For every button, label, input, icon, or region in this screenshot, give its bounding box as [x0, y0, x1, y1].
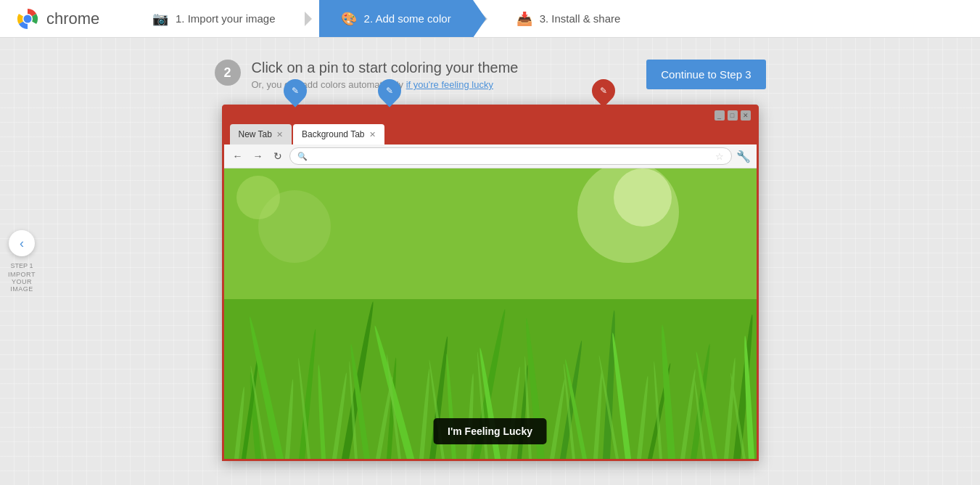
continue-button[interactable]: Continue to Step 3 — [646, 60, 765, 89]
main-content: 2 Click on a pin to start coloring your … — [0, 38, 980, 461]
pin-icon-1: ✎ — [292, 86, 299, 96]
back-button[interactable]: ← — [230, 149, 246, 163]
address-bar[interactable]: 🔍 ☆ — [289, 147, 732, 165]
browser-toolbar: ← → ↻ 🔍 ☆ 🔧 — [224, 144, 757, 168]
search-icon: 🔍 — [297, 152, 308, 161]
pin-marker-1[interactable]: ✎ — [284, 79, 307, 102]
svg-point-6 — [614, 168, 672, 227]
tab-new-tab-close-icon[interactable]: ✕ — [276, 130, 283, 139]
pin-icon-2: ✎ — [386, 86, 393, 96]
forward-button[interactable]: → — [250, 149, 266, 163]
camera-icon: 📷 — [152, 11, 168, 27]
top-bar: chrome 📷 1. Import your image 🎨 2. Add s… — [0, 0, 980, 38]
step-1-label: 1. Import your image — [176, 12, 276, 25]
feeling-lucky-overlay[interactable]: I'm Feeling Lucky — [433, 418, 547, 444]
pin-head-blue-1: ✎ — [279, 74, 311, 107]
step-3-nav[interactable]: 📥 3. Install & share — [495, 0, 643, 37]
browser-content: I'm Feeling Lucky — [224, 168, 757, 459]
browser-mock-container: ✎ ✎ ✎ _ □ ✕ New Tab — [215, 105, 766, 461]
logo-area: chrome — [0, 6, 131, 32]
tools-button[interactable]: 🔧 — [736, 150, 751, 163]
tab-background-tab-label: Background Tab — [302, 129, 365, 139]
pin-marker-3[interactable]: ✎ — [592, 79, 615, 102]
tab-background-tab[interactable]: Background Tab ✕ — [293, 124, 384, 144]
feeling-lucky-link[interactable]: if you're feeling lucky — [406, 79, 493, 90]
pin-head-red-3: ✎ — [587, 74, 619, 107]
close-button[interactable]: ✕ — [741, 110, 751, 121]
step-number-badge: 2 — [215, 60, 241, 86]
minimize-button[interactable]: _ — [715, 110, 725, 121]
pin-icon-3: ✎ — [600, 86, 607, 96]
step-2-label: 2. Add some color — [364, 12, 451, 25]
step-separator-1 — [297, 0, 319, 37]
paintbrush-icon: 🎨 — [341, 11, 357, 27]
steps-nav: 📷 1. Import your image 🎨 2. Add some col… — [131, 0, 980, 37]
chrome-logo-text: chrome — [46, 9, 99, 28]
tab-background-tab-close-icon[interactable]: ✕ — [369, 130, 376, 139]
browser-mock: _ □ ✕ New Tab ✕ Background Tab ✕ ← → ↻ — [222, 105, 759, 461]
chrome-logo-icon — [15, 6, 41, 32]
tab-new-tab-label: New Tab — [239, 129, 272, 139]
reload-button[interactable]: ↻ — [271, 149, 285, 163]
grass-svg — [224, 168, 757, 459]
svg-point-8 — [236, 176, 280, 219]
svg-point-2 — [24, 15, 32, 23]
tab-new-tab[interactable]: New Tab ✕ — [230, 124, 292, 144]
pin-marker-2[interactable]: ✎ — [378, 79, 401, 102]
pin-head-blue-2: ✎ — [373, 74, 405, 107]
install-icon: 📥 — [516, 11, 532, 27]
step-1-nav[interactable]: 📷 1. Import your image — [131, 0, 297, 37]
bookmark-icon: ☆ — [715, 151, 724, 162]
browser-tabs: New Tab ✕ Background Tab ✕ — [224, 124, 757, 144]
maximize-button[interactable]: □ — [728, 110, 738, 121]
step-2-nav[interactable]: 🎨 2. Add some color — [319, 0, 473, 37]
browser-titlebar: _ □ ✕ — [224, 107, 757, 124]
step-3-label: 3. Install & share — [540, 12, 621, 25]
